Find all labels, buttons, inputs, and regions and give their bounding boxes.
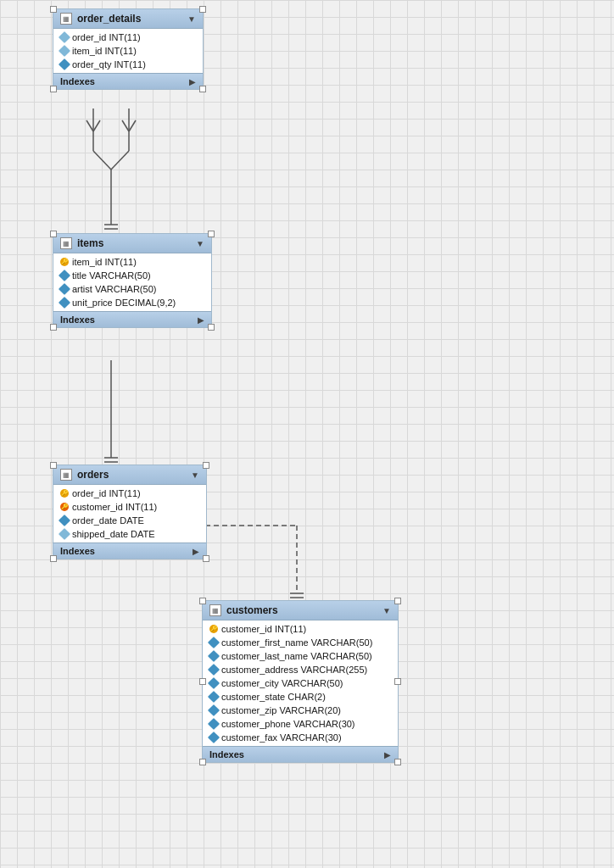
field-row: shipped_date DATE	[53, 527, 206, 541]
field-row: customer_first_name VARCHAR(50)	[203, 636, 398, 649]
resize-handle-bl[interactable]	[50, 86, 57, 92]
field-icon-last-name	[208, 650, 220, 662]
field-text-last-name: customer_last_name VARCHAR(50)	[221, 651, 372, 661]
resize-handle-bl[interactable]	[199, 759, 206, 765]
indexes-label-orders: Indexes	[60, 546, 95, 556]
dropdown-icon-order-details[interactable]: ▼	[187, 14, 196, 24]
field-row: 🔑 customer_id INT(11)	[203, 622, 398, 636]
resize-handle-tl[interactable]	[50, 231, 57, 237]
resize-handle-tl[interactable]	[50, 6, 57, 13]
field-icon-order-date	[59, 515, 70, 526]
indexes-bar-customers[interactable]: Indexes ▶	[203, 746, 398, 762]
resize-handle-tl[interactable]	[199, 598, 206, 604]
field-icon-state	[208, 691, 220, 703]
dropdown-icon-orders[interactable]: ▼	[191, 470, 199, 480]
dropdown-icon-items[interactable]: ▼	[196, 239, 204, 248]
field-row: order_qty INT(11)	[53, 58, 203, 71]
field-text-order-id-pk: order_id INT(11)	[72, 488, 141, 498]
field-icon-phone	[208, 718, 220, 730]
field-text-customer-id-pk: customer_id INT(11)	[221, 624, 306, 634]
table-name-customers: customers	[226, 604, 377, 616]
field-text-address: customer_address VARCHAR(255)	[221, 665, 367, 675]
field-icon-order-id-pk: 🔑	[60, 489, 69, 498]
field-row: customer_address VARCHAR(255)	[203, 663, 398, 676]
table-header-customers[interactable]: ▦ customers ▼	[203, 601, 398, 620]
field-row: customer_last_name VARCHAR(50)	[203, 649, 398, 663]
table-icon-customers: ▦	[209, 604, 221, 616]
field-text-item-id-pk: item_id INT(11)	[72, 257, 137, 267]
field-icon-unit-price	[59, 297, 70, 309]
resize-handle-br[interactable]	[199, 86, 206, 92]
svg-line-2	[87, 120, 93, 131]
field-text-state: customer_state CHAR(2)	[221, 692, 326, 702]
field-icon-shipped-date	[59, 528, 70, 540]
table-icon-orders: ▦	[60, 469, 72, 481]
table-customers: ▦ customers ▼ 🔑 customer_id INT(11) cust…	[202, 600, 399, 763]
indexes-arrow-orders: ▶	[193, 547, 199, 556]
table-body-customers: 🔑 customer_id INT(11) customer_first_nam…	[203, 620, 398, 746]
resize-handle-br[interactable]	[203, 555, 209, 562]
resize-handle-mr[interactable]	[394, 678, 401, 685]
field-text-first-name: customer_first_name VARCHAR(50)	[221, 637, 372, 648]
indexes-label-items: Indexes	[60, 314, 95, 325]
field-row: 🔑 customer_id INT(11)	[53, 500, 206, 514]
resize-handle-tr[interactable]	[203, 462, 209, 469]
table-body-orders: 🔑 order_id INT(11) 🔑 customer_id INT(11)…	[53, 485, 206, 542]
dropdown-icon-customers[interactable]: ▼	[382, 606, 391, 615]
indexes-arrow-order-details: ▶	[189, 77, 196, 86]
indexes-label-order-details: Indexes	[60, 76, 95, 86]
indexes-bar-orders[interactable]: Indexes ▶	[53, 542, 206, 559]
table-icon-items: ▦	[60, 237, 72, 249]
resize-handle-tr[interactable]	[208, 231, 215, 237]
resize-handle-br[interactable]	[208, 324, 215, 331]
table-items: ▦ items ▼ 🔑 item_id INT(11) title VARCHA…	[53, 233, 212, 328]
table-body-order-details: order_id INT(11) item_id INT(11) order_q…	[53, 29, 203, 73]
field-text-title: title VARCHAR(50)	[72, 270, 151, 281]
resize-handle-tl[interactable]	[50, 462, 57, 469]
resize-handle-br[interactable]	[394, 759, 401, 765]
field-icon-artist	[59, 283, 70, 295]
field-icon-item-id-pk: 🔑	[60, 258, 69, 266]
table-body-items: 🔑 item_id INT(11) title VARCHAR(50) arti…	[53, 253, 211, 311]
field-icon-customer-id-fk: 🔑	[60, 503, 69, 511]
field-row: 🔑 item_id INT(11)	[53, 255, 211, 269]
table-name-order-details: order_details	[77, 13, 182, 25]
field-text-shipped-date: shipped_date DATE	[72, 529, 155, 539]
resize-handle-tr[interactable]	[394, 598, 401, 604]
field-icon-order-id	[59, 31, 70, 43]
table-header-items[interactable]: ▦ items ▼	[53, 234, 211, 253]
field-icon-first-name	[208, 637, 220, 648]
field-row: customer_city VARCHAR(50)	[203, 676, 398, 690]
field-text-zip: customer_zip VARCHAR(20)	[221, 705, 341, 715]
field-row: order_date DATE	[53, 514, 206, 527]
field-icon-zip	[208, 704, 220, 716]
indexes-label-customers: Indexes	[209, 749, 244, 760]
field-text-item-id: item_id INT(11)	[72, 46, 137, 56]
table-name-items: items	[77, 237, 191, 249]
field-text-phone: customer_phone VARCHAR(30)	[221, 719, 355, 729]
indexes-bar-order-details[interactable]: Indexes ▶	[53, 73, 203, 89]
field-row: unit_price DECIMAL(9,2)	[53, 296, 211, 309]
indexes-bar-items[interactable]: Indexes ▶	[53, 311, 211, 327]
svg-line-6	[93, 151, 111, 170]
field-text-customer-id-fk: customer_id INT(11)	[72, 502, 157, 512]
table-name-orders: orders	[77, 469, 186, 481]
svg-line-4	[122, 120, 129, 131]
table-header-orders[interactable]: ▦ orders ▼	[53, 465, 206, 485]
table-icon-order-details: ▦	[60, 13, 72, 25]
field-text-order-id: order_id INT(11)	[72, 32, 141, 42]
field-row: artist VARCHAR(50)	[53, 282, 211, 296]
table-header-order-details[interactable]: ▦ order_details ▼	[53, 9, 203, 29]
resize-handle-bl[interactable]	[50, 324, 57, 331]
resize-handle-bl[interactable]	[50, 555, 57, 562]
field-row: customer_phone VARCHAR(30)	[203, 717, 398, 731]
resize-handle-tr[interactable]	[199, 6, 206, 13]
table-orders: ▦ orders ▼ 🔑 order_id INT(11) 🔑 customer…	[53, 465, 207, 559]
resize-handle-ml[interactable]	[199, 678, 206, 685]
table-order-details: ▦ order_details ▼ order_id INT(11) item_…	[53, 8, 204, 90]
field-row: item_id INT(11)	[53, 44, 203, 58]
svg-line-3	[93, 120, 100, 131]
field-row: 🔑 order_id INT(11)	[53, 487, 206, 500]
field-icon-item-id	[59, 45, 70, 57]
field-icon-customer-id-pk: 🔑	[209, 625, 218, 633]
